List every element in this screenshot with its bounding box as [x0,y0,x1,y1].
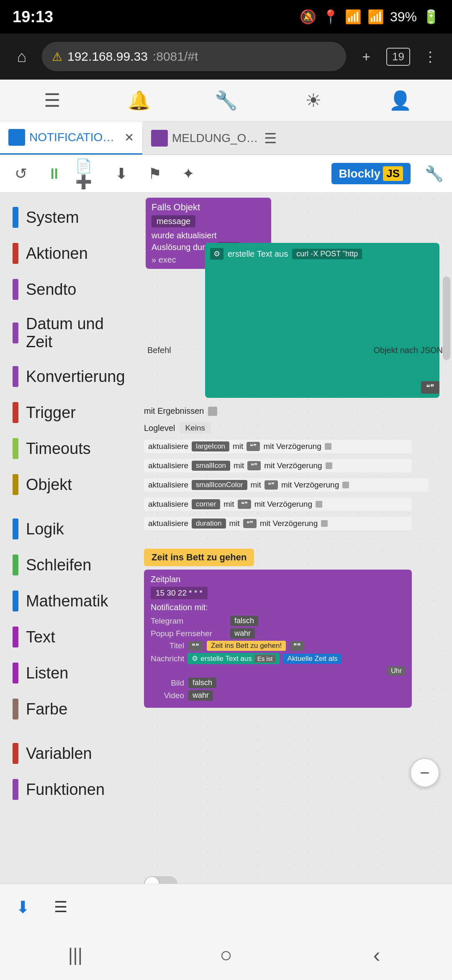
tab-bar: NOTIFICATIONMAN... ✕ MELDUNG_OFFE ☰ [0,121,452,155]
aktuelle-zeit-tag: Aktuelle Zeit als [283,654,342,664]
wahr-tag-1: wahr [230,628,255,639]
akt1-verz: mit Verzögerung [263,442,321,451]
sidebar: System Aktionen Sendto Datum und Zeit Ko… [0,193,138,930]
sidebar-item-logik[interactable]: Logik [0,511,138,547]
bild-label: Bild [151,678,184,688]
mathematik-color [13,591,18,611]
akt2-quotes: ❝❞ [247,461,261,470]
js-badge: JS [383,166,403,181]
reload-button[interactable]: ↺ [8,161,33,186]
tab-notificationman[interactable]: NOTIFICATIONMAN... ✕ [0,121,142,155]
tab-menu-icon[interactable]: ☰ [264,130,277,147]
bild-value: falsch [188,678,216,688]
tab-meldung[interactable]: MELDUNG_OFFE ☰ [143,121,285,155]
wurde-aktualisiert: wurde aktualisiert [152,231,265,240]
logik-label: Logik [26,520,64,538]
scrollbar-vertical[interactable] [443,276,450,360]
akt3-cb [342,482,349,488]
duration-tag: duration [192,518,226,529]
sidebar-item-mathematik[interactable]: Mathematik [0,583,138,619]
popup-row: Popup Fernseher wahr [151,628,405,639]
pause-button[interactable]: ⏸ [42,161,67,186]
popup-label: Popup Fernseher [151,629,226,638]
home-button[interactable]: ⌂ [8,43,35,70]
akt2-cb [326,462,332,469]
sidebar-item-trigger[interactable]: Trigger [0,395,138,431]
wrench-icon[interactable]: 🔧 [209,84,243,117]
settings-wrench[interactable]: 🔧 [425,165,444,183]
akt4-mit: mit [223,500,234,509]
browser-menu-button[interactable]: ⋮ [417,43,444,70]
mute-icon: 🔕 [300,9,316,25]
datumzeit-label: Datum und Zeit [26,315,126,351]
ergebnissen-checkbox[interactable] [208,407,217,416]
recent-apps-button[interactable]: ||| [50,938,100,972]
akt1-quotes: ❝❞ [247,442,260,451]
befehl-label: Befehl [147,346,171,355]
sidebar-item-datum-und-zeit[interactable]: Datum und Zeit [0,307,138,358]
akt5-quotes: ❝❞ [243,519,257,528]
battery-text: 39% [390,9,417,25]
telegram-label: Telegram [151,616,226,626]
schleifen-color [13,554,18,575]
erstelle-text-block[interactable]: ⚙ erstelle Text aus curl -X POST "http [205,243,439,398]
erstelle-text-nachricht: ⚙ erstelle Text aus Es ist [187,653,280,664]
message-tag: message [152,215,195,227]
menu-icon[interactable]: ☰ [35,84,69,117]
blockly-toggle[interactable]: Blockly JS [331,163,411,184]
trigger-label: Trigger [26,404,76,422]
list-button[interactable]: ☰ [46,892,75,922]
spacer-2 [0,727,138,735]
aktionen-label: Aktionen [26,245,88,263]
sidebar-item-schleifen[interactable]: Schleifen [0,547,138,583]
akt2-verz: mit Verzögerung [264,461,322,470]
brightness-icon[interactable]: ☀ [296,84,330,117]
download-button[interactable]: ⬇ [8,892,38,922]
new-tab-button[interactable]: + [353,43,380,70]
smallIconColor-tag: smallIconColor [192,480,247,490]
zeitplan-block[interactable]: Zeitplan 15 30 22 * * * Notification mit… [144,570,412,708]
zoom-out-button[interactable]: − [410,758,439,787]
import-button[interactable]: ⬇ [109,161,134,186]
akt5-mit: mit [229,519,240,528]
sidebar-item-objekt[interactable]: Objekt [0,467,138,503]
person-icon[interactable]: 👤 [383,84,417,117]
sidebar-item-listen[interactable]: Listen [0,655,138,691]
sendto-color [13,279,18,300]
text-label: Text [26,628,55,646]
sidebar-item-timeouts[interactable]: Timeouts [0,431,138,467]
tab-icon-2 [151,130,168,147]
akt-row-5: aktualisiere duration mit ❝❞ mit Verzöge… [144,517,412,530]
sidebar-item-text[interactable]: Text [0,619,138,655]
home-nav-button[interactable]: ○ [201,938,251,972]
sidebar-item-konvertierung[interactable]: Konvertierung [0,358,138,395]
sidebar-item-sendto[interactable]: Sendto [0,271,138,307]
akt5-cb [321,520,328,527]
nachricht-row: Nachricht ⚙ erstelle Text aus Es ist Akt… [151,653,405,664]
funktionen-label: Funktionen [26,781,105,799]
tab-count[interactable]: 19 [386,48,410,66]
sidebar-item-variablen[interactable]: Variablen [0,735,138,771]
url-bar[interactable]: ⚠ 192.168.99.33 :8081/#t [42,42,346,71]
aktionen-color [13,243,18,264]
code-canvas[interactable]: Falls Objekt message wurde aktualisiert … [138,193,452,930]
tab-close-1[interactable]: ✕ [124,131,134,144]
sidebar-item-farbe[interactable]: Farbe [0,691,138,727]
app-toolbar: ☰ 🔔 🔧 ☀ 👤 [0,80,452,121]
sidebar-item-system[interactable]: System [0,199,138,235]
export-button[interactable]: 📄➕ [75,161,100,186]
objekt-label: Objekt [26,476,72,494]
blockly-label: Blockly [339,167,381,181]
sidebar-item-aktionen[interactable]: Aktionen [0,235,138,271]
location-icon: 📍 [322,9,339,25]
flag-button[interactable]: ⚑ [142,161,167,186]
back-button[interactable]: ‹ [352,938,402,972]
signal-icon: 📶 [367,9,384,25]
akt1-label: aktualisiere [148,442,188,451]
timeouts-color [13,438,18,459]
bell-icon[interactable]: 🔔 [122,84,156,117]
sparkle-button[interactable]: ✦ [176,161,201,186]
sidebar-item-funktionen[interactable]: Funktionen [0,771,138,807]
objekt-color [13,474,18,495]
browser-bar: ⌂ ⚠ 192.168.99.33 :8081/#t + 19 ⋮ [0,34,452,80]
